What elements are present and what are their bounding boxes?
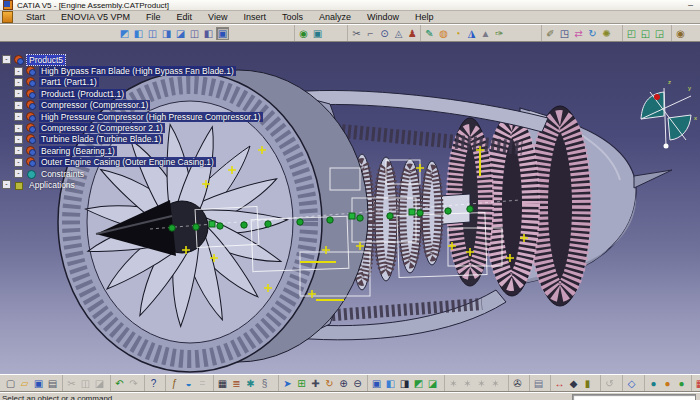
tree-item-label[interactable]: Turbine Blade (Turbine Blade.1) — [39, 134, 163, 144]
menu-edit[interactable]: Edit — [169, 11, 201, 23]
power-input-field[interactable] — [572, 394, 696, 400]
menu-enovia-v5-vpm[interactable]: ENOVIA V5 VPM — [53, 11, 138, 23]
tree-item-label[interactable]: High Bypass Fan Blade (High Bypass Fan B… — [39, 66, 236, 76]
scale-icon[interactable]: ▲ — [479, 27, 492, 40]
zoom-out-icon[interactable]: ⊖ — [351, 377, 364, 390]
tree-item-label[interactable]: Bearing (Bearing.1) — [39, 146, 117, 156]
pan-icon[interactable]: ✚ — [309, 377, 322, 390]
tree-expander-icon[interactable]: - — [14, 146, 23, 155]
shaded-edges-cube-icon[interactable]: ◩ — [412, 377, 425, 390]
tree-item[interactable]: -Compressor (Compressor.1) — [14, 100, 263, 111]
tree-item[interactable]: -Bearing (Bearing.1) — [14, 145, 263, 156]
tree-item-label[interactable]: Applications — [27, 180, 77, 190]
snap-icon[interactable]: ⌐ — [364, 27, 377, 40]
structure-tree-icon[interactable]: ≣ — [230, 377, 243, 390]
catalog-insert-2-icon[interactable]: ◱ — [639, 27, 652, 40]
material-sphere-1-icon[interactable]: ● — [647, 377, 660, 390]
menu-start[interactable]: Start — [18, 11, 53, 23]
save-icon[interactable]: ▣ — [32, 377, 45, 390]
menu-window[interactable]: Window — [359, 11, 407, 23]
quick-print-icon[interactable]: ▤ — [532, 377, 545, 390]
menu-help[interactable]: Help — [407, 11, 442, 23]
globe-icon[interactable]: ✱ — [244, 377, 257, 390]
tree-item-label[interactable]: Product1 (Product1.1) — [39, 89, 126, 99]
update-icon[interactable]: ◉ — [297, 27, 310, 40]
depth-effect-icon[interactable]: ◇ — [625, 377, 638, 390]
view-cube-custom-icon[interactable]: ▣ — [216, 27, 229, 40]
zoom-in-icon[interactable]: ⊕ — [337, 377, 350, 390]
open-folder-icon[interactable]: ▱ — [18, 377, 31, 390]
formula-fx-icon[interactable]: ƒ — [168, 377, 181, 390]
view-cube-ghost-icon[interactable]: ◧ — [202, 27, 215, 40]
menu-insert[interactable]: Insert — [235, 11, 274, 23]
compass-handle[interactable] — [654, 94, 660, 100]
pencil-icon[interactable]: ✎ — [423, 27, 436, 40]
tree-item[interactable]: -Applications — [2, 179, 263, 190]
tree-item[interactable]: -Product1 (Product1.1) — [14, 88, 263, 99]
menu-analyze[interactable]: Analyze — [311, 11, 359, 23]
clock-icon[interactable]: ◔ — [451, 27, 464, 40]
help-icon[interactable]: ? — [147, 377, 160, 390]
normal-view-icon[interactable]: ▣ — [370, 377, 383, 390]
tree-expander-icon[interactable]: - — [2, 55, 11, 64]
tree-expander-icon[interactable]: - — [14, 158, 23, 167]
catalog-browser-icon[interactable]: ▣ — [311, 27, 324, 40]
pyramid-icon[interactable]: ◬ — [392, 27, 405, 40]
iso-view-cube-icon[interactable]: ◧ — [384, 377, 397, 390]
screen-icon[interactable]: ▦ — [216, 377, 229, 390]
view-cube-edges-icon[interactable]: ◨ — [160, 27, 173, 40]
tree-item[interactable]: -Constraints — [14, 168, 263, 179]
tree-expander-icon[interactable]: - — [14, 169, 23, 178]
tree-expander-icon[interactable]: - — [14, 101, 23, 110]
magnifier-icon[interactable]: ⊙ — [378, 27, 391, 40]
pen-icon[interactable]: ✑ — [493, 27, 506, 40]
view-cube-solid-icon[interactable]: ◧ — [132, 27, 145, 40]
minimize-button[interactable]: – — [684, 0, 697, 10]
tree-item-label[interactable]: Outer Engine Casing (Outer Engine Casing… — [39, 157, 216, 167]
view-cube-overlay-icon[interactable]: ◫ — [146, 27, 159, 40]
tree-item-label[interactable]: Part1 (Part1.1) — [39, 77, 99, 87]
menu-tools[interactable]: Tools — [274, 11, 311, 23]
material-sphere-2-icon[interactable]: ● — [661, 377, 674, 390]
catalog-insert-3-icon[interactable]: ◲ — [653, 27, 666, 40]
tree-expander-icon[interactable]: - — [14, 124, 23, 133]
knowledge-icon[interactable]: ◍ — [437, 27, 450, 40]
view-compass[interactable]: x y z — [641, 79, 697, 149]
menu-file[interactable]: File — [138, 11, 169, 23]
material-sphere-3-icon[interactable]: ● — [675, 377, 688, 390]
grid-tool-icon[interactable]: ▦ — [694, 377, 700, 390]
tree-expander-icon[interactable]: - — [2, 180, 11, 189]
tree-item-label[interactable]: Constraints — [39, 169, 86, 179]
fly-mode-icon[interactable]: ➤ — [281, 377, 294, 390]
tree-item[interactable]: -Part1 (Part1.1) — [14, 77, 263, 88]
window-select-icon[interactable]: ◳ — [558, 27, 571, 40]
shaded-cube-icon[interactable]: ◨ — [398, 377, 411, 390]
prism-icon[interactable]: ◮ — [465, 27, 478, 40]
tree-expander-icon[interactable]: - — [14, 135, 23, 144]
measure-item-icon[interactable]: ◆ — [567, 377, 580, 390]
tree-expander-icon[interactable]: - — [14, 78, 23, 87]
tree-item-label[interactable]: Compressor 2 (Compressor 2.1) — [39, 123, 165, 133]
view-cube-wire-icon[interactable]: ◫ — [188, 27, 201, 40]
section-icon[interactable]: § — [258, 377, 271, 390]
view-cube-shaded-icon[interactable]: ◩ — [118, 27, 131, 40]
measure-inertia-icon[interactable]: ▮ — [581, 377, 594, 390]
comment-bubble-icon[interactable]: ◒ — [182, 377, 195, 390]
tree-item[interactable]: -High Bypass Fan Blade (High Bypass Fan … — [14, 65, 263, 76]
sketch-tracer-icon[interactable]: ✂ — [350, 27, 363, 40]
link-icon[interactable]: ⇄ — [572, 27, 585, 40]
menu-view[interactable]: View — [200, 11, 235, 23]
tree-item-label[interactable]: Compressor (Compressor.1) — [39, 100, 150, 110]
tree-item[interactable]: -Outer Engine Casing (Outer Engine Casin… — [14, 157, 263, 168]
tree-item-label[interactable]: High Pressure Compressor (High Pressure … — [39, 112, 263, 122]
undo-icon[interactable]: ↶ — [113, 377, 126, 390]
sync-icon[interactable]: ↻ — [586, 27, 599, 40]
catalog-insert-1-icon[interactable]: ◰ — [625, 27, 638, 40]
print-icon[interactable]: ▤ — [46, 377, 59, 390]
tree-item[interactable]: -High Pressure Compressor (High Pressure… — [14, 111, 263, 122]
3d-viewport[interactable]: x y z -Product5-High Bypass Fan Blade (H… — [0, 42, 700, 374]
tree-item-label[interactable]: Product5 — [27, 55, 65, 65]
view-cube-hidden-icon[interactable]: ◪ — [174, 27, 187, 40]
tree-item[interactable]: -Compressor 2 (Compressor 2.1) — [14, 122, 263, 133]
tree-item[interactable]: -Product5 — [2, 54, 263, 65]
